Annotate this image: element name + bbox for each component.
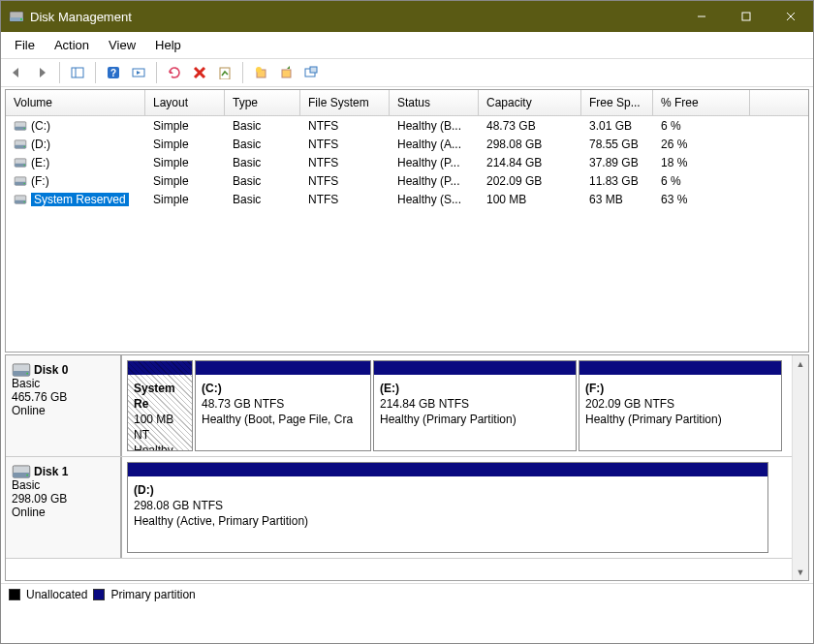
disk-icon bbox=[12, 363, 31, 377]
cell-name: (F:) bbox=[6, 174, 145, 188]
volume-row[interactable]: System ReservedSimpleBasicNTFSHealthy (S… bbox=[6, 190, 808, 208]
partition[interactable]: (D:)298.08 GB NTFSHealthy (Active, Prima… bbox=[127, 462, 768, 553]
cell-status: Healthy (A... bbox=[390, 138, 479, 151]
svg-point-34 bbox=[24, 200, 25, 201]
col-layout[interactable]: Layout bbox=[145, 90, 225, 115]
cell-layout: Simple bbox=[145, 138, 225, 151]
swatch-primary bbox=[93, 589, 105, 600]
back-icon[interactable] bbox=[5, 61, 28, 84]
partition[interactable]: (F:)202.09 GB NTFSHealthy (Primary Parti… bbox=[579, 360, 782, 451]
cell-free: 3.01 GB bbox=[581, 119, 653, 133]
volume-list-header: Volume Layout Type File System Status Ca… bbox=[6, 90, 808, 116]
forward-icon[interactable] bbox=[30, 61, 53, 84]
legend: Unallocated Primary partition bbox=[1, 583, 813, 605]
svg-rect-4 bbox=[742, 13, 750, 20]
volume-row[interactable]: (C:)SimpleBasicNTFSHealthy (B...48.73 GB… bbox=[6, 116, 808, 135]
svg-rect-17 bbox=[282, 70, 291, 77]
cell-free: 78.55 GB bbox=[581, 138, 653, 151]
disk-row: Disk 1Basic298.09 GBOnline(D:)298.08 GB … bbox=[6, 457, 808, 559]
col-capacity[interactable]: Capacity bbox=[479, 90, 581, 115]
col-freespace[interactable]: Free Sp... bbox=[581, 90, 653, 115]
cell-capacity: 100 MB bbox=[479, 193, 581, 206]
col-filesystem[interactable]: File System bbox=[300, 90, 390, 115]
cell-fs: NTFS bbox=[300, 119, 390, 133]
cell-fs: NTFS bbox=[300, 138, 390, 151]
cell-capacity: 202.09 GB bbox=[479, 174, 581, 188]
cell-pct: 63 % bbox=[653, 193, 750, 206]
menu-help[interactable]: Help bbox=[145, 34, 191, 56]
disk-map[interactable]: Disk 0Basic465.76 GBOnlineSystem Re100 M… bbox=[5, 354, 809, 581]
maximize-button[interactable] bbox=[724, 1, 768, 32]
volume-row[interactable]: (E:)SimpleBasicNTFSHealthy (P...214.84 G… bbox=[6, 153, 808, 171]
svg-point-31 bbox=[24, 182, 25, 183]
svg-point-37 bbox=[26, 373, 28, 375]
cell-type: Basic bbox=[225, 156, 300, 169]
menu-file[interactable]: File bbox=[5, 34, 45, 56]
col-type[interactable]: Type bbox=[225, 90, 300, 115]
cell-name: (C:) bbox=[6, 119, 145, 133]
scroll-up-icon[interactable]: ▲ bbox=[793, 355, 808, 372]
new-volume-icon[interactable] bbox=[249, 61, 272, 84]
cell-pct: 18 % bbox=[653, 156, 750, 169]
menu-view[interactable]: View bbox=[99, 34, 145, 56]
cell-pct: 6 % bbox=[653, 119, 750, 133]
cell-status: Healthy (P... bbox=[390, 174, 479, 188]
refresh-icon[interactable] bbox=[163, 61, 186, 84]
partition[interactable]: (E:)214.84 GB NTFSHealthy (Primary Parti… bbox=[373, 360, 577, 451]
disk-icon bbox=[12, 465, 31, 478]
volume-icon bbox=[14, 175, 27, 185]
partition[interactable]: (C:)48.73 GB NTFSHealthy (Boot, Page Fil… bbox=[195, 360, 371, 451]
scroll-down-icon[interactable]: ▼ bbox=[793, 564, 808, 580]
disk-info[interactable]: Disk 0Basic465.76 GBOnline bbox=[6, 355, 122, 456]
volume-row[interactable]: (D:)SimpleBasicNTFSHealthy (A...298.08 G… bbox=[6, 135, 808, 153]
scrollbar-vertical[interactable]: ▲ ▼ bbox=[792, 355, 808, 580]
cell-free: 63 MB bbox=[581, 193, 653, 206]
cell-status: Healthy (S... bbox=[390, 193, 479, 206]
cell-free: 37.89 GB bbox=[581, 156, 653, 169]
volume-icon bbox=[14, 194, 27, 203]
cell-status: Healthy (P... bbox=[390, 156, 479, 169]
cell-name: (E:) bbox=[6, 156, 145, 169]
legend-unallocated: Unallocated bbox=[26, 588, 87, 601]
disk-icon bbox=[9, 9, 24, 24]
cell-fs: NTFS bbox=[300, 193, 390, 206]
attach-vhd-icon[interactable] bbox=[274, 61, 297, 84]
close-button[interactable] bbox=[768, 1, 813, 32]
col-volume[interactable]: Volume bbox=[6, 90, 145, 115]
partition[interactable]: System Re100 MB NTHealthy (S bbox=[127, 360, 193, 451]
toolbar: ? bbox=[1, 58, 813, 87]
svg-point-28 bbox=[24, 164, 25, 165]
show-hide-icon[interactable] bbox=[66, 61, 89, 84]
volume-row[interactable]: (F:)SimpleBasicNTFSHealthy (P...202.09 G… bbox=[6, 171, 808, 190]
cell-layout: Simple bbox=[145, 119, 225, 133]
disk-row: Disk 0Basic465.76 GBOnlineSystem Re100 M… bbox=[6, 355, 808, 457]
cell-layout: Simple bbox=[145, 156, 225, 169]
cell-pct: 26 % bbox=[653, 138, 750, 151]
svg-point-40 bbox=[26, 475, 28, 476]
menu-action[interactable]: Action bbox=[45, 34, 99, 56]
volume-icon bbox=[14, 138, 27, 148]
titlebar: Disk Management bbox=[1, 1, 813, 32]
cell-layout: Simple bbox=[145, 193, 225, 206]
settings-icon[interactable] bbox=[299, 61, 323, 84]
cell-capacity: 298.08 GB bbox=[479, 138, 581, 151]
cell-fs: NTFS bbox=[300, 156, 390, 169]
disk-info[interactable]: Disk 1Basic298.09 GBOnline bbox=[6, 457, 122, 558]
partition-row: (D:)298.08 GB NTFSHealthy (Active, Prima… bbox=[122, 457, 808, 558]
volume-list[interactable]: Volume Layout Type File System Status Ca… bbox=[5, 89, 809, 353]
properties-icon[interactable] bbox=[213, 61, 236, 84]
svg-rect-19 bbox=[310, 67, 317, 73]
help-icon[interactable]: ? bbox=[102, 61, 125, 84]
svg-point-22 bbox=[24, 127, 25, 128]
col-pctfree[interactable]: % Free bbox=[653, 90, 750, 115]
cell-capacity: 214.84 GB bbox=[479, 156, 581, 169]
run-icon[interactable] bbox=[127, 61, 150, 84]
col-status[interactable]: Status bbox=[390, 90, 479, 115]
window-title: Disk Management bbox=[30, 10, 679, 24]
delete-icon[interactable] bbox=[188, 61, 211, 84]
volume-icon bbox=[14, 157, 27, 167]
svg-point-25 bbox=[24, 145, 25, 146]
partition-row: System Re100 MB NTHealthy (S(C:)48.73 GB… bbox=[122, 355, 808, 456]
cell-layout: Simple bbox=[145, 174, 225, 188]
minimize-button[interactable] bbox=[679, 1, 724, 32]
